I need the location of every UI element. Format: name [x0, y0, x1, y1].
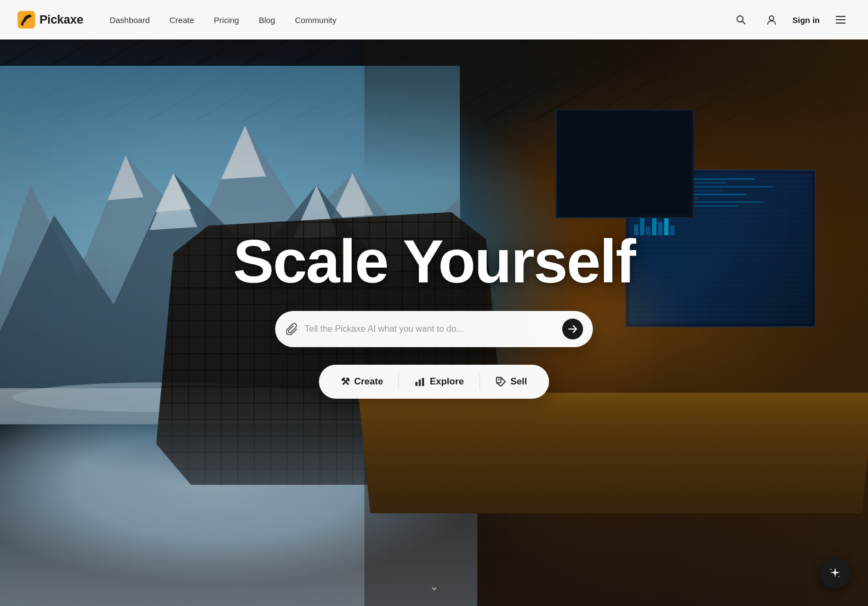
hero-cta-group: ⚒ Create Explore — [319, 365, 549, 399]
brand-logo[interactable]: Pickaxe — [18, 11, 83, 29]
menu-button[interactable] — [831, 10, 850, 30]
svg-point-10 — [498, 379, 499, 381]
explore-icon — [414, 376, 425, 387]
nav-dashboard[interactable]: Dashboard — [110, 15, 150, 25]
svg-point-2 — [737, 16, 743, 22]
hamburger-icon — [835, 14, 847, 26]
floating-action-button[interactable] — [820, 558, 850, 588]
search-button[interactable] — [731, 10, 751, 30]
pickaxe-logo-icon — [18, 11, 35, 29]
sign-in-button[interactable]: Sign in — [792, 15, 820, 25]
search-icon — [735, 14, 746, 25]
cta-sell-button[interactable]: Sell — [480, 369, 542, 394]
cta-create-button[interactable]: ⚒ Create — [326, 369, 398, 394]
paperclip-icon — [286, 323, 298, 335]
search-submit-button[interactable] — [562, 319, 583, 339]
sell-icon — [495, 376, 506, 387]
hero-search-bar — [275, 311, 593, 347]
user-profile-button[interactable] — [762, 10, 781, 30]
bar-chart-icon — [414, 376, 425, 387]
attachment-icon — [286, 323, 298, 335]
svg-rect-6 — [415, 382, 418, 386]
cta-sell-label: Sell — [511, 376, 527, 387]
hero-title: Scale Yourself — [233, 229, 635, 294]
nav-create[interactable]: Create — [169, 15, 194, 25]
tag-icon — [495, 376, 506, 387]
svg-point-1 — [21, 24, 24, 26]
svg-rect-8 — [422, 378, 424, 386]
send-icon — [568, 324, 578, 334]
cta-create-label: Create — [354, 376, 383, 387]
navbar-actions: Sign in — [731, 10, 850, 30]
hero-content: Scale Yourself ⚒ Create — [233, 229, 635, 399]
create-icon: ⚒ — [341, 376, 350, 388]
sparkle-icon — [829, 567, 842, 580]
nav-community[interactable]: Community — [295, 15, 336, 25]
nav-blog[interactable]: Blog — [259, 15, 275, 25]
nav-pricing[interactable]: Pricing — [214, 15, 239, 25]
brand-name: Pickaxe — [39, 13, 83, 27]
main-nav: Dashboard Create Pricing Blog Community — [110, 15, 731, 25]
hero-section: Scale Yourself ⚒ Create — [0, 0, 868, 606]
cta-explore-button[interactable]: Explore — [399, 369, 479, 394]
cta-explore-label: Explore — [430, 376, 464, 387]
navbar: Pickaxe Dashboard Create Pricing Blog Co… — [0, 0, 868, 39]
svg-point-3 — [769, 16, 774, 20]
svg-rect-7 — [419, 380, 421, 386]
hero-search-input[interactable] — [305, 324, 556, 334]
scroll-indicator: ⌄ — [430, 580, 439, 593]
user-icon — [766, 14, 777, 25]
